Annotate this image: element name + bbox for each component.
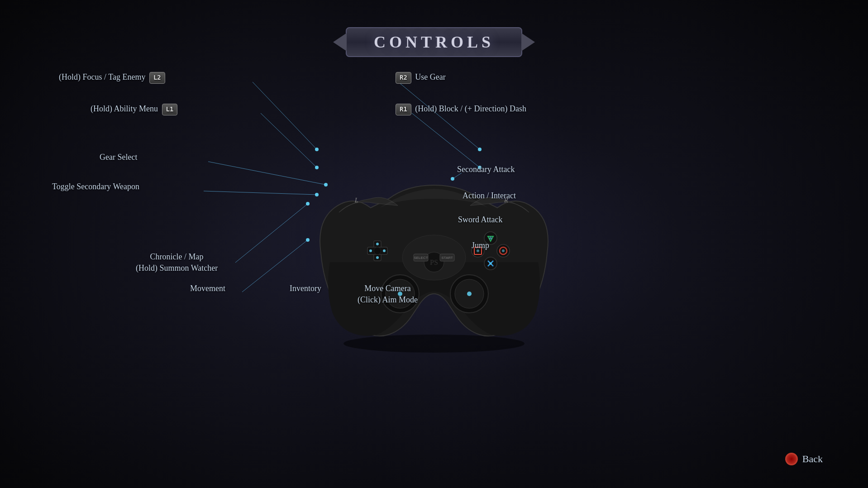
title-arrow-left (333, 33, 347, 51)
inventory-label: Inventory (290, 283, 321, 294)
page-title: CONTROLS (374, 33, 494, 51)
sword-attack-label: Sword Attack (458, 214, 503, 225)
svg-point-44 (376, 256, 379, 259)
controller-area: L R PS SELECT START (307, 153, 561, 353)
move-camera-label: Move Camera (Click) Aim Mode (358, 283, 418, 306)
title-arrow-right (521, 33, 535, 51)
movement-label: Movement (190, 283, 225, 294)
r2-label: R2 Use Gear (394, 72, 446, 84)
svg-text:START: START (441, 256, 453, 260)
svg-text:L: L (354, 197, 358, 204)
secondary-attack-label: Secondary Attack (457, 164, 515, 175)
svg-point-43 (383, 249, 386, 252)
svg-point-40 (374, 247, 381, 254)
back-label: Back (802, 453, 823, 465)
l2-key-badge: L2 (149, 72, 165, 84)
controller-svg: L R PS SELECT START (307, 153, 561, 353)
svg-text:PS: PS (430, 258, 438, 266)
svg-point-57 (502, 249, 505, 252)
svg-point-54 (489, 262, 492, 265)
l2-label: (Hold) Focus / Tag Enemy L2 (59, 72, 167, 84)
title-container: CONTROLS (333, 27, 535, 57)
gear-select-label: Gear Select (100, 152, 137, 163)
chronicle-label: Chronicle / Map (Hold) Summon Watcher (136, 251, 218, 274)
back-button[interactable]: Back (785, 453, 823, 465)
r2-key-badge: R2 (396, 72, 411, 84)
r1-label: R1 (Hold) Block / (+ Direction) Dash (394, 103, 526, 115)
svg-point-41 (376, 243, 379, 245)
toggle-secondary-label: Toggle Secondary Weapon (52, 181, 139, 192)
svg-point-28 (343, 335, 525, 353)
jump-label: Jump (472, 240, 489, 251)
title-bar: CONTROLS (346, 27, 522, 57)
svg-point-42 (369, 249, 372, 252)
svg-text:SELECT: SELECT (414, 256, 428, 260)
back-circle-icon (785, 453, 798, 465)
l1-key-badge: L1 (162, 104, 178, 115)
action-interact-label: Action / Interact (463, 190, 516, 201)
l1-label: (Hold) Ability Menu L1 (91, 103, 179, 115)
svg-point-47 (489, 237, 492, 239)
svg-point-63 (467, 292, 472, 296)
r1-key-badge: R1 (396, 104, 411, 115)
